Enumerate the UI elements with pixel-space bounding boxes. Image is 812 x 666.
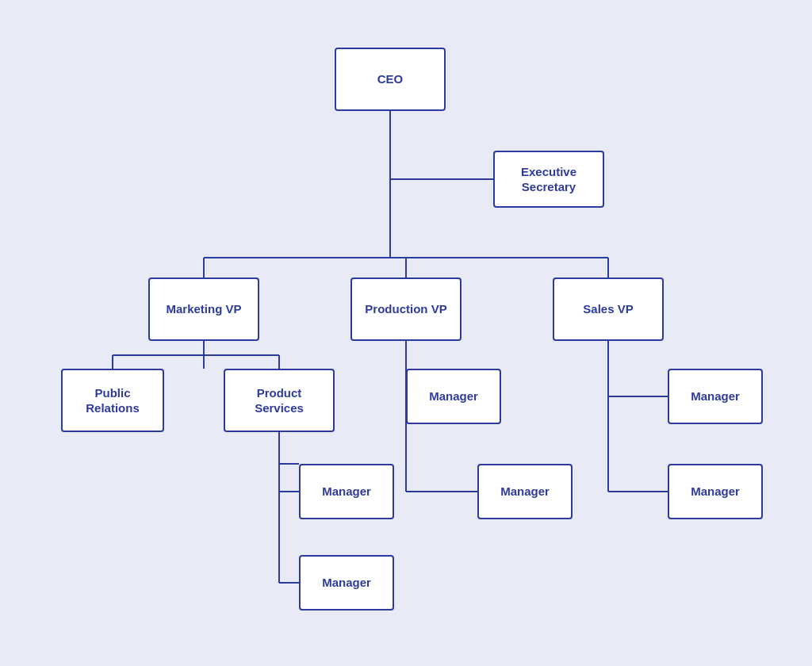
sales-manager1-node: Manager xyxy=(668,369,763,424)
ps-manager2-node: Manager xyxy=(299,555,394,610)
exec-secretary-node: Executive Secretary xyxy=(493,151,604,208)
org-chart: CEO Executive Secretary Marketing VP Pro… xyxy=(25,16,787,650)
ps-manager1-node: Manager xyxy=(299,464,394,519)
ceo-node: CEO xyxy=(335,48,446,111)
public-relations-node: Public Relations xyxy=(61,369,164,432)
product-services-node: Product Services xyxy=(224,369,335,432)
prod-manager2-node: Manager xyxy=(477,464,573,519)
marketing-vp-node: Marketing VP xyxy=(148,278,259,341)
prod-manager1-node: Manager xyxy=(406,369,501,424)
sales-manager2-node: Manager xyxy=(668,464,763,519)
production-vp-node: Production VP xyxy=(350,278,462,341)
sales-vp-node: Sales VP xyxy=(553,278,664,341)
